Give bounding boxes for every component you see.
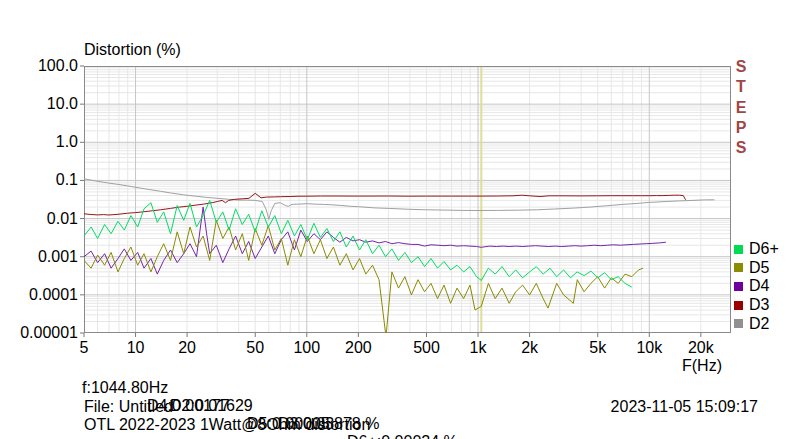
steps-measurement-window: Distortion (%) 100.010.01.00.10.010.0010… (0, 0, 800, 439)
y-tick-label: 0.1 (0, 171, 78, 189)
chart-title: Distortion (%) (84, 41, 181, 59)
series-line-d3 (84, 193, 686, 215)
file-name-label: File: Untitled (84, 398, 173, 416)
legend-item-d6plus: D6+ (734, 240, 779, 259)
cursor-readout-line1: f:1044.80Hz D2:0.01629 D3:0.03878 % (0, 361, 800, 379)
legend-swatch (734, 301, 743, 310)
y-tick-label: 1.0 (0, 133, 78, 151)
x-tick-label: 2k (500, 339, 560, 357)
y-tick-label: 0.001 (0, 248, 78, 266)
legend: D6+D5D4D3D2 (734, 240, 779, 333)
series-line-d4 (84, 207, 666, 274)
x-tick-label: 200 (328, 339, 388, 357)
series-line-d5 (84, 220, 643, 336)
y-tick-label: 10.0 (0, 95, 78, 113)
legend-item-d3: D3 (734, 296, 779, 315)
legend-label: D3 (749, 296, 769, 314)
legend-item-d5: D5 (734, 259, 779, 278)
x-tick-label: 20k (671, 339, 731, 357)
legend-label: D5 (749, 259, 769, 277)
steps-letter: S (732, 138, 750, 158)
datetime-label: 2023-11-05 15:09:17 (611, 398, 758, 416)
x-tick-label: 20 (157, 339, 217, 357)
distortion-plot-area[interactable] (84, 66, 731, 338)
cursor-readout-line2: D4:0.00177 D5:0.00005 D6+:0.00024 % (0, 379, 800, 397)
series-line-d2 (84, 179, 714, 220)
steps-letter: E (732, 98, 750, 118)
legend-label: D2 (749, 315, 769, 333)
measurement-description: OTL 2022-2023 1Watt@8Ohm distortion (84, 416, 370, 434)
steps-letter: P (732, 118, 750, 138)
legend-swatch (734, 319, 743, 328)
legend-swatch (734, 263, 743, 272)
legend-label: D6+ (749, 240, 779, 258)
y-tick-label: 0.0001 (0, 286, 78, 304)
plot-border (85, 67, 731, 333)
steps-letter: T (732, 77, 750, 97)
y-tick-label: 100.0 (0, 57, 78, 75)
legend-item-d2: D2 (734, 314, 779, 333)
legend-swatch (734, 245, 743, 254)
steps-vertical-label: STEPS (732, 57, 750, 158)
legend-swatch (734, 282, 743, 291)
legend-item-d4: D4 (734, 277, 779, 296)
steps-letter: S (732, 57, 750, 77)
y-tick-label: 0.01 (0, 210, 78, 228)
legend-label: D4 (749, 277, 769, 295)
